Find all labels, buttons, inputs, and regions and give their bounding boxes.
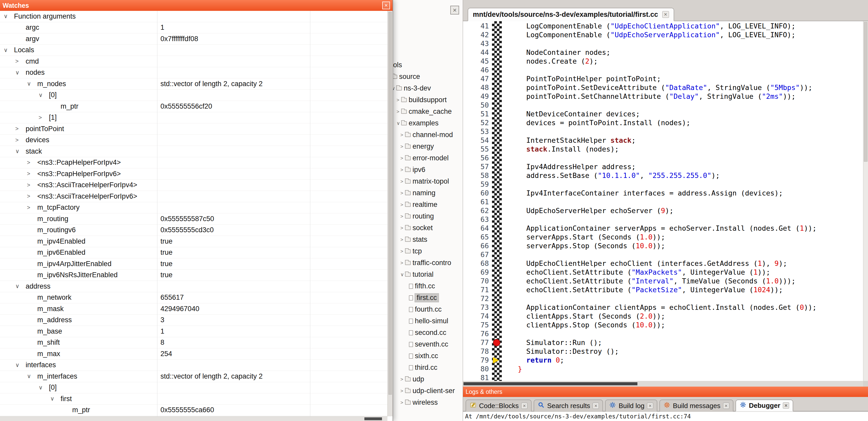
tree-item[interactable]: >matrix-topol bbox=[392, 175, 463, 187]
expand-icon[interactable]: > bbox=[400, 377, 405, 382]
watch-row[interactable]: m_ipv6Enabledtrue bbox=[0, 247, 388, 259]
close-icon[interactable]: × bbox=[662, 11, 669, 18]
code-text[interactable]: pointToPoint.SetDeviceAttribute ("DataRa… bbox=[518, 83, 812, 92]
expand-icon[interactable]: > bbox=[400, 260, 405, 265]
expand-icon[interactable]: > bbox=[27, 159, 37, 166]
watch-row[interactable]: m_ipv4Enabledtrue bbox=[0, 236, 388, 247]
collapse-icon[interactable]: ∨ bbox=[4, 47, 14, 54]
close-icon[interactable]: × bbox=[382, 2, 390, 9]
watch-row[interactable]: ∨first bbox=[0, 393, 388, 405]
tree-item[interactable]: seventh.cc bbox=[392, 338, 463, 350]
watch-row[interactable]: m_network655617 bbox=[0, 292, 388, 303]
expand-icon[interactable]: > bbox=[400, 202, 405, 207]
expand-icon[interactable]: > bbox=[27, 170, 37, 177]
tree-item[interactable]: >tcp bbox=[392, 246, 463, 257]
watch-row[interactable]: m_ipv4ArpJitterEnabledtrue bbox=[0, 258, 388, 270]
watch-row[interactable]: ∨m_interfacesstd::vector of length 2, ca… bbox=[0, 371, 388, 382]
expand-icon[interactable]: > bbox=[27, 204, 37, 211]
tree-item[interactable]: ols bbox=[392, 59, 463, 71]
collapse-icon[interactable]: ∨ bbox=[15, 283, 26, 290]
expand-icon[interactable]: > bbox=[397, 97, 401, 102]
logs-tab-build-messages[interactable]: Build messages× bbox=[659, 399, 734, 412]
code-text[interactable]: LogComponentEnable ("UdpEchoClientApplic… bbox=[518, 22, 796, 31]
tree-item[interactable]: >channel-mod bbox=[392, 129, 463, 141]
watch-row[interactable]: m_mask4294967040 bbox=[0, 303, 388, 315]
watch-row[interactable]: ∨interfaces bbox=[0, 360, 388, 371]
code-text[interactable]: ApplicationContainer clientApps = echoCl… bbox=[518, 303, 816, 312]
close-icon[interactable]: × bbox=[647, 402, 653, 409]
watch-row[interactable]: argc1 bbox=[0, 22, 388, 34]
logs-tab-debugger[interactable]: Debugger× bbox=[736, 399, 793, 412]
tree-item[interactable]: >udp-client-ser bbox=[392, 385, 463, 397]
watch-row[interactable]: m_ptr0x5555555ca660 bbox=[0, 405, 388, 416]
collapse-icon[interactable]: ∨ bbox=[400, 272, 405, 277]
collapse-icon[interactable]: ∨ bbox=[15, 148, 26, 155]
watch-row[interactable]: >devices bbox=[0, 135, 388, 146]
watch-row[interactable]: ∨address bbox=[0, 281, 388, 292]
watch-row[interactable]: ><ns3::AsciiTraceHelperForIpv6> bbox=[0, 191, 388, 202]
expand-icon[interactable]: > bbox=[400, 249, 405, 254]
collapse-icon[interactable]: ∨ bbox=[50, 395, 61, 402]
code-text[interactable]: echoClient.SetAttribute ("Interval", Tim… bbox=[518, 277, 796, 286]
tree-item[interactable]: source bbox=[392, 71, 463, 83]
expand-icon[interactable]: > bbox=[27, 182, 37, 189]
watch-row[interactable]: m_routing0x555555587c50 bbox=[0, 213, 388, 225]
horizontal-scrollbar[interactable] bbox=[463, 381, 863, 387]
collapse-icon[interactable]: ∨ bbox=[15, 69, 26, 76]
watches-vertical-scrollbar[interactable] bbox=[388, 11, 393, 416]
tree-item[interactable]: ∨examples bbox=[392, 118, 463, 129]
code-text[interactable]: pointToPoint.SetChannelAttribute ("Delay… bbox=[518, 92, 796, 101]
expand-icon[interactable]: > bbox=[400, 237, 405, 242]
logs-tab-code-blocks[interactable]: Code::Blocks× bbox=[466, 399, 532, 412]
watches-titlebar[interactable]: Watches × bbox=[0, 0, 393, 11]
code-text[interactable]: devices = pointToPoint.Install (nodes); bbox=[518, 119, 690, 127]
collapse-icon[interactable]: ∨ bbox=[27, 80, 37, 87]
code-text[interactable]: Simulator::Destroy (); bbox=[518, 347, 619, 356]
tree-item[interactable]: >realtime bbox=[392, 199, 463, 210]
code-text[interactable]: } bbox=[518, 365, 522, 374]
watch-row[interactable]: >cmd bbox=[0, 56, 388, 67]
expand-icon[interactable]: > bbox=[400, 226, 405, 230]
logs-tab-build-log[interactable]: Build log× bbox=[605, 399, 657, 412]
tree-item[interactable]: hello-simul bbox=[392, 315, 463, 327]
code-text[interactable]: stack.Install (nodes); bbox=[518, 145, 619, 154]
code-text[interactable]: NetDeviceContainer devices; bbox=[518, 110, 640, 119]
close-icon[interactable]: × bbox=[450, 6, 459, 14]
code-text[interactable]: address.SetBase ("10.1.1.0", "255.255.25… bbox=[518, 171, 720, 180]
vertical-scrollbar[interactable] bbox=[863, 21, 868, 381]
expand-icon[interactable]: > bbox=[400, 156, 405, 161]
code-text[interactable]: InternetStackHelper stack; bbox=[518, 136, 636, 145]
code-text[interactable]: Simulator::Run (); bbox=[518, 338, 602, 347]
tree-item[interactable]: >naming bbox=[392, 187, 463, 199]
watch-row[interactable]: m_routingv60x5555555cd3c0 bbox=[0, 225, 388, 236]
tree-item[interactable]: >cmake_cache bbox=[392, 106, 463, 118]
expand-icon[interactable]: > bbox=[400, 144, 405, 149]
code-area[interactable]: 41 LogComponentEnable ("UdpEchoClientApp… bbox=[463, 21, 863, 381]
expand-icon[interactable]: > bbox=[15, 125, 26, 132]
scrollbar-thumb[interactable] bbox=[864, 22, 867, 162]
column-divider[interactable] bbox=[157, 11, 157, 416]
tree-item[interactable]: third.cc bbox=[392, 362, 463, 374]
code-text[interactable]: Ipv4AddressHelper address; bbox=[518, 162, 636, 171]
watch-row[interactable]: ><ns3::PcapHelperForIpv6> bbox=[0, 168, 388, 180]
expand-icon[interactable]: > bbox=[400, 214, 405, 219]
watch-row[interactable]: m_base1 bbox=[0, 326, 388, 337]
collapse-icon[interactable]: ∨ bbox=[38, 92, 49, 99]
watch-row[interactable]: ∨Locals bbox=[0, 45, 388, 56]
close-icon[interactable]: × bbox=[593, 402, 599, 409]
expand-icon[interactable]: > bbox=[27, 193, 37, 200]
tree-item[interactable]: >error-model bbox=[392, 152, 463, 164]
expand-icon[interactable]: > bbox=[15, 137, 26, 143]
scrollbar-thumb[interactable] bbox=[389, 12, 392, 395]
editor-tab[interactable]: mnt/dev/tools/source/ns-3-dev/examples/t… bbox=[468, 8, 674, 21]
watch-row[interactable]: ∨m_nodesstd::vector of length 2, capacit… bbox=[0, 78, 388, 90]
code-text[interactable]: PointToPointHelper pointToPoint; bbox=[518, 74, 661, 83]
tree-item[interactable]: >routing bbox=[392, 210, 463, 222]
watch-row[interactable]: >pointToPoint bbox=[0, 123, 388, 135]
collapse-icon[interactable]: ∨ bbox=[27, 373, 37, 380]
watch-row[interactable]: m_shift8 bbox=[0, 337, 388, 349]
code-text[interactable]: nodes.Create (2); bbox=[518, 57, 598, 66]
expand-icon[interactable]: > bbox=[38, 114, 49, 121]
close-icon[interactable]: × bbox=[521, 402, 527, 409]
watch-row[interactable]: m_ipv6NsRsJitterEnabledtrue bbox=[0, 270, 388, 281]
